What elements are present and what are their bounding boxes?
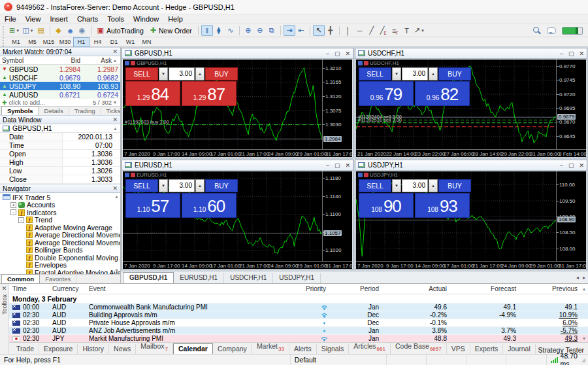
volume-down-button[interactable]: ▼ [159, 67, 168, 80]
horizontal-line-icon[interactable]: ─ [354, 25, 366, 36]
volume-down-button[interactable]: ▼ [392, 179, 401, 192]
sell-button[interactable]: SELL [125, 67, 158, 80]
toolbox-tab-market[interactable]: Market33 [252, 341, 289, 354]
timeframe-h1[interactable]: H1 [73, 37, 90, 47]
calendar-event-row[interactable]: 02:30JPYMarkit Manufacturing PMIJan48.84… [9, 335, 588, 342]
minimize-icon[interactable]: – [560, 162, 563, 169]
chart-tab-usdchf-h1[interactable]: USDCHF,H1 [224, 273, 273, 283]
market-watch-add-row[interactable]: ✚ click to add... 5 / 302 ▼ [0, 99, 120, 106]
volume-field[interactable]: 3.00 [169, 67, 195, 80]
chart-window-titlebar[interactable]: USDJPY,H1 – ▢ ✕ [355, 160, 587, 171]
volume-field[interactable]: 3.00 [402, 179, 428, 192]
price-scale[interactable]: 1.11801.11401.11001.10601.10201.1057 [322, 171, 352, 261]
tree-item-accounts[interactable]: +Accounts [0, 201, 120, 209]
tree-item-fractal-adaptive-moving-avera[interactable]: fFractal Adaptive Moving Avera [0, 269, 120, 274]
history-center-icon[interactable]: ▤ [35, 25, 47, 36]
zoom-in-icon[interactable]: ⊕ [242, 25, 254, 36]
tab-trading[interactable]: Trading [69, 107, 101, 115]
navigator-close-icon[interactable]: ✕ [112, 185, 118, 192]
fibonacci-icon[interactable]: ≡F [389, 25, 401, 36]
chart-window-titlebar[interactable]: EURUSD,H1 – ▢ ✕ [122, 160, 353, 171]
scroll-up-icon[interactable]: ▲ [113, 126, 118, 131]
cursor-icon[interactable]: ↖ [313, 25, 325, 36]
column-ask[interactable]: Ask [80, 57, 112, 64]
toolbox-tab-exposure[interactable]: Exposure [39, 344, 78, 354]
timeframe-m30[interactable]: M30 [57, 37, 73, 47]
tree-item-trend[interactable]: -fTrend [0, 217, 120, 224]
market-watch-row[interactable]: ▲AUDUSD0.67210.6724 [0, 90, 120, 99]
toolbox-tab-experts[interactable]: Experts [470, 344, 504, 354]
calendar-event-row[interactable]: 00:00AUDCommonwealth Bank Manufacturing … [9, 304, 588, 311]
vertical-line-icon[interactable]: │ [342, 25, 354, 36]
close-icon[interactable]: ✕ [345, 50, 350, 57]
sell-button[interactable]: SELL [125, 179, 158, 192]
maximize-icon[interactable]: ▢ [568, 162, 574, 169]
chat-icon[interactable] [547, 27, 556, 34]
buy-price-box[interactable]: 10893 [415, 193, 470, 218]
autotrading-button[interactable]: ▣AutoTrading [94, 25, 147, 36]
profiles-icon[interactable]: ◫▼ [21, 25, 35, 36]
minimize-icon[interactable]: – [560, 50, 563, 57]
menu-view[interactable]: View [21, 14, 46, 24]
scroll-right-icon[interactable]: ▸ [583, 275, 585, 281]
tree-item-adaptive-moving-average[interactable]: fAdaptive Moving Average [0, 224, 120, 232]
tree-item-average-directional-movement[interactable]: fAverage Directional Movement [0, 239, 120, 247]
tree-item-bollinger-bands[interactable]: fBollinger Bands [0, 247, 120, 254]
candlesticks-icon[interactable]: ⧫ [213, 25, 225, 36]
volume-up-button[interactable]: ▲ [429, 67, 438, 80]
timeframe-m15[interactable]: M15 [41, 37, 57, 47]
chart-canvas[interactable]: USDJPY,H1 SELL ▼ 3.00 ▲ BUY 10890 10893 … [356, 171, 586, 269]
tree-item-envelopes[interactable]: fEnvelopes [0, 262, 120, 269]
calendar-column-period[interactable]: Period [342, 285, 383, 292]
tab-common[interactable]: Common [1, 274, 40, 283]
calendar-column-currency[interactable]: Currency [52, 285, 89, 292]
toolbox-tab-articles[interactable]: Articles661 [349, 341, 391, 354]
tree-item-average-directional-movement[interactable]: fAverage Directional Movement [0, 232, 120, 239]
toolbox-tab-trade[interactable]: Trade [12, 344, 39, 354]
menu-window[interactable]: Window [129, 14, 163, 24]
chart-shift-icon[interactable]: ⇤ [295, 25, 307, 36]
close-icon[interactable]: ✕ [579, 162, 584, 169]
equidistant-channel-icon[interactable]: ╱E [378, 25, 389, 36]
price-scale[interactable]: 110.00109.50109.00108.50108.00108.90 [556, 171, 586, 261]
price-scale[interactable]: 0.97700.97450.97200.96950.96700.96450.96… [556, 60, 586, 149]
toolbox-tab-code-base[interactable]: Code Base6657 [391, 341, 447, 354]
volume-field[interactable]: 3.00 [169, 179, 195, 192]
toolbox-tab-history[interactable]: History [78, 344, 109, 354]
market-watch-row[interactable]: ▲USDCHF0.96790.9682 [0, 73, 120, 82]
search-icon[interactable] [533, 27, 541, 35]
chart-canvas[interactable]: EURUSD,H1 SELL ▼ 3.00 ▲ BUY 1.1057 1.106… [123, 171, 352, 269]
signals-radio-icon[interactable]: ◉ [76, 25, 88, 36]
calendar-column-previous[interactable]: Previous [520, 285, 580, 292]
status-profile[interactable]: Default [290, 355, 386, 365]
menu-help[interactable]: Help [163, 14, 188, 24]
menu-tools[interactable]: Tools [103, 14, 129, 24]
toolbox-tab-company[interactable]: Company [213, 344, 252, 354]
tab-favorites[interactable]: Favorites [40, 275, 76, 283]
time-axis[interactable]: 7 Jan 20209 Jan 17:0014 Jan 09:0017 Jan … [356, 261, 586, 269]
buy-price-box[interactable]: 1.1060 [182, 193, 237, 218]
scroll-left-icon[interactable]: ◂ [576, 275, 579, 281]
sell-price-box[interactable]: 10890 [359, 193, 414, 218]
calendar-event-row[interactable]: 02:30AUDPrivate House Approvals m/mDec-0… [9, 319, 588, 327]
buy-price-box[interactable]: 0.9682 [415, 81, 470, 106]
collapse-icon[interactable]: - [10, 209, 16, 215]
tab-symbols[interactable]: Symbols [1, 106, 39, 115]
sell-price-box[interactable]: 1.1057 [125, 193, 180, 218]
collapse-icon[interactable]: - [18, 217, 24, 223]
menu-insert[interactable]: Insert [45, 14, 73, 24]
tree-item-indicators[interactable]: -fIndicators [0, 209, 120, 217]
volume-field[interactable]: 3.00 [402, 67, 428, 80]
sell-button[interactable]: SELL [359, 179, 391, 192]
chart-window-titlebar[interactable]: GBPUSD,H1 – ▢ ✕ [122, 48, 353, 59]
status-connection[interactable]: 48.70 ms ◢ [546, 355, 588, 365]
time-axis[interactable]: 7 Jan 20209 Jan 17:0014 Jan 09:0017 Jan … [123, 149, 352, 157]
new-order-button[interactable]: ✚New Order [147, 25, 195, 36]
chart-window-titlebar[interactable]: USDCHF,H1 – ▢ ✕ [355, 48, 587, 59]
close-icon[interactable]: ✕ [579, 50, 584, 57]
timeframe-mn[interactable]: MN [139, 37, 155, 47]
toolbox-tab-mailbox[interactable]: Mailbox7 [136, 341, 173, 354]
menu-file[interactable]: File [0, 14, 21, 24]
toolbox-tab-signals[interactable]: Signals [317, 344, 349, 354]
calendar-column-priority[interactable]: Priority [306, 285, 342, 292]
